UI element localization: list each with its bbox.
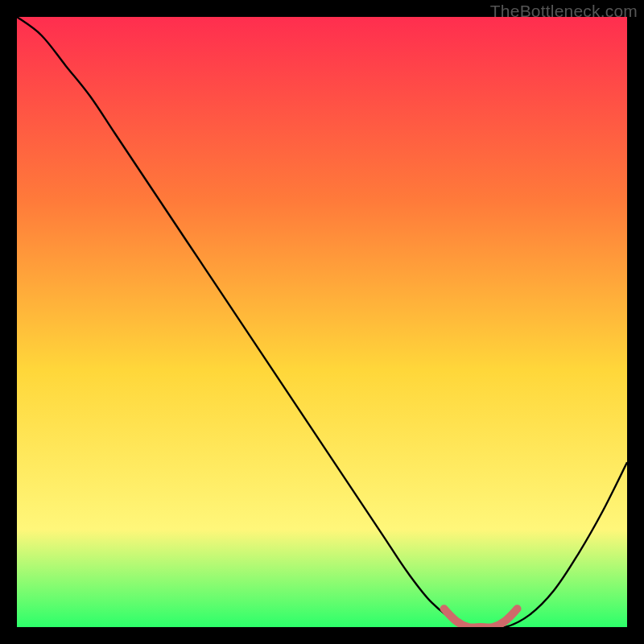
gradient-background: [17, 17, 627, 627]
bottleneck-chart: [17, 17, 627, 627]
chart-area: [17, 17, 627, 627]
watermark-text: TheBottleneck.com: [490, 2, 638, 21]
